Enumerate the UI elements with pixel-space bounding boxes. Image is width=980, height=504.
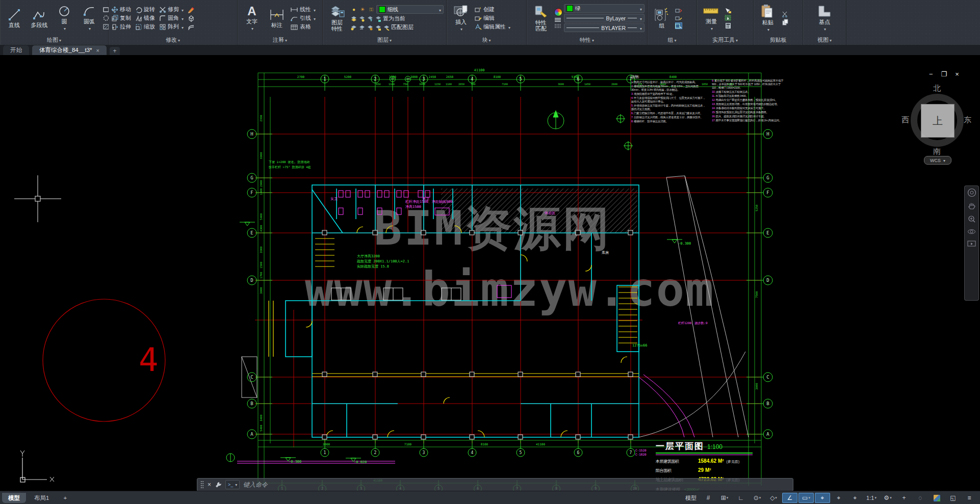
line-button[interactable]: 直线 — [3, 8, 26, 29]
orbit-icon[interactable] — [967, 228, 976, 235]
modify-panel-label[interactable]: 修改 — [109, 36, 237, 45]
polar-tracking-icon[interactable]: ⊙▾ — [750, 493, 765, 503]
match-properties-button[interactable]: 特性匹配 — [529, 4, 553, 32]
view-panel-label[interactable]: 视图 — [803, 36, 846, 45]
group-edit-icon[interactable] — [675, 15, 682, 21]
basepoint-button[interactable]: 基点 — [813, 4, 836, 33]
rotate-button[interactable]: 旋转 — [135, 6, 155, 13]
settings-gear-icon[interactable]: ⚙▾ — [880, 493, 895, 503]
annotate-panel-label[interactable]: 注释 — [238, 36, 322, 45]
group-panel-label[interactable]: 组 — [648, 36, 697, 45]
block-panel-label[interactable]: 块 — [447, 36, 526, 45]
viewcube-north[interactable]: 北 — [933, 84, 941, 93]
viewcube-south[interactable]: 南 — [933, 147, 941, 156]
scale-button[interactable]: 缩放 — [135, 23, 155, 31]
cut-icon[interactable] — [781, 11, 788, 18]
copy-clip-icon[interactable] — [781, 19, 788, 25]
fillet-button[interactable]: 圆角 — [159, 14, 184, 22]
command-prompt-icon[interactable]: >_ — [225, 480, 240, 489]
layer-lock-icon[interactable]: ⚿ — [368, 6, 375, 13]
viewcube-west[interactable]: 西 — [901, 115, 909, 125]
model-tab[interactable]: 模型 — [2, 493, 26, 503]
isodraft-icon[interactable]: ◇▾ — [766, 493, 781, 503]
polyline-button[interactable]: 多段线 — [28, 8, 51, 29]
measure-button[interactable]: 测量 — [700, 4, 723, 33]
trim-button[interactable]: 修剪 — [159, 6, 184, 13]
group-button[interactable]: 组 — [650, 7, 674, 29]
move-button[interactable]: 移动 — [111, 6, 131, 13]
model-space-indicator[interactable]: 模型 — [682, 494, 700, 502]
add-layout-button[interactable]: + — [57, 493, 73, 503]
snap-ref-icon[interactable]: ⌖ — [831, 493, 846, 503]
layout1-tab[interactable]: 布局1 — [28, 493, 55, 503]
layers-panel-label[interactable]: 图层 — [323, 36, 446, 45]
wrench-icon[interactable] — [215, 481, 222, 488]
erase-button[interactable] — [187, 6, 195, 13]
utilities-panel-label[interactable]: 实用工具 — [697, 36, 753, 45]
paste-button[interactable]: 粘贴 — [756, 3, 780, 34]
dimension-button[interactable]: 标注 — [265, 8, 289, 29]
wcs-dropdown[interactable]: WCS — [924, 156, 951, 165]
explode-button[interactable] — [187, 14, 195, 22]
create-block-button[interactable]: 创建 — [474, 6, 510, 13]
tab-current-drawing[interactable]: 体育综合楼_84__t3* × — [32, 45, 107, 55]
quick-select-icon[interactable] — [725, 7, 732, 14]
close-tab-icon[interactable]: × — [96, 47, 99, 54]
leader-button[interactable]: 引线 — [290, 14, 316, 22]
drawing-minimize-button[interactable]: − — [929, 70, 933, 78]
snap-3d-icon[interactable]: ⌖ — [847, 493, 863, 503]
stretch-button[interactable]: 拉伸 — [111, 23, 131, 31]
edit-block-button[interactable]: 编辑 — [474, 14, 510, 22]
match-layer-button[interactable]: 匹配图层 — [350, 23, 444, 31]
drawing-restore-button[interactable]: ❐ — [941, 70, 947, 78]
array-button[interactable]: 阵列 — [159, 23, 184, 31]
color-wheel-icon[interactable] — [554, 8, 562, 16]
linetype-dropdown[interactable]: ByLayer — [564, 14, 644, 22]
select-window-icon[interactable] — [725, 15, 732, 21]
command-input[interactable]: 键入命令 — [243, 481, 268, 489]
lineweight-dropdown[interactable]: BYLAYER — [564, 23, 644, 32]
arc-button[interactable]: 圆弧 — [78, 4, 101, 33]
viewcube-east[interactable]: 东 — [964, 115, 971, 125]
grid-icon[interactable]: # — [701, 493, 716, 503]
properties-panel-label[interactable]: 特性 — [527, 36, 647, 45]
new-tab-button[interactable]: + — [110, 47, 120, 55]
isolate-objects-icon[interactable]: ◌ — [913, 493, 928, 503]
drawing-canvas[interactable]: BIM资源网 www.bimzyw.com — [0, 55, 980, 491]
showmotion-icon[interactable] — [967, 240, 976, 247]
ortho-icon[interactable]: ∟ — [733, 493, 749, 503]
floor-plan-drawing[interactable]: BIM资源网 www.bimzyw.com — [0, 55, 980, 491]
tab-start[interactable]: 开始 — [3, 45, 29, 55]
draw-panel-label[interactable]: 绘图 — [0, 36, 108, 45]
insert-block-button[interactable]: 插入 — [449, 4, 473, 33]
ungroup-icon[interactable] — [675, 7, 682, 14]
layer-properties-button[interactable]: 图层特性 — [325, 4, 349, 32]
crosshair-icon[interactable]: + — [896, 493, 912, 503]
annotation-scale[interactable]: 1:1▾ — [864, 493, 879, 503]
edit-attributes-button[interactable]: 编辑属性 — [474, 23, 510, 31]
command-grip-handle[interactable] — [200, 481, 204, 489]
layer-dropdown[interactable]: 细线 — [376, 5, 444, 14]
calculator-icon[interactable] — [725, 22, 732, 29]
customize-icon[interactable]: ≡ — [962, 493, 977, 503]
layer-freeze-icon[interactable]: ☀ — [359, 6, 366, 13]
dynamic-input-icon[interactable]: ▭▾ — [798, 493, 814, 503]
table-button[interactable]: 表格 — [290, 23, 316, 31]
layer-on-icon[interactable]: ● — [350, 6, 357, 13]
text-button[interactable]: A 文字 — [240, 4, 264, 33]
command-line[interactable]: × >_ 键入命令 — [197, 478, 793, 491]
mirror-button[interactable]: 镜像 — [135, 14, 155, 22]
command-close-icon[interactable]: × — [208, 482, 211, 488]
drawing-close-button[interactable]: × — [955, 70, 959, 78]
circle-button[interactable]: 圆 — [53, 4, 76, 33]
linear-dim-button[interactable]: 线性 — [290, 6, 316, 13]
object-snap-tracking-icon[interactable]: ∠ — [782, 493, 797, 503]
group-select-icon[interactable] — [675, 22, 682, 29]
zoom-icon[interactable] — [967, 215, 976, 223]
set-current-layer-button[interactable]: 置为当前 — [350, 15, 444, 22]
color-dropdown[interactable]: 绿 — [564, 4, 644, 13]
copy-button[interactable]: 复制 — [111, 14, 131, 22]
object-snap-icon[interactable]: ⌖ — [815, 493, 830, 503]
snap-icon[interactable]: ⊞▾ — [717, 493, 732, 503]
graphics-performance-icon[interactable] — [929, 493, 944, 503]
